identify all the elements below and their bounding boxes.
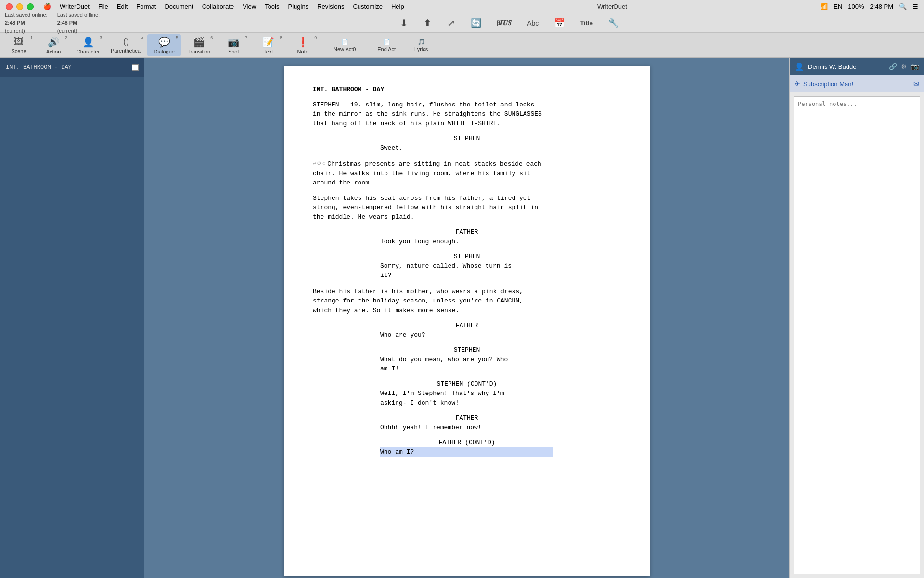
action-button[interactable]: 2 🔊 Action <box>37 34 70 56</box>
lyrics-button[interactable]: 🎵 Lyrics <box>404 37 438 54</box>
left-panel: INT. BATHROOM - DAY <box>0 58 144 578</box>
clock: 2:48 PM <box>870 3 893 10</box>
menu-view[interactable]: View <box>243 3 256 10</box>
breadcrumb-checkbox[interactable] <box>132 64 139 71</box>
menu-help[interactable]: Help <box>391 3 404 10</box>
offline-save-label: Last saved offline: <box>57 11 100 19</box>
dialogue-stephen-3: What do you mean, who are you? Whoam I! <box>380 355 553 374</box>
upload-button[interactable]: ⬆ <box>421 16 435 30</box>
menu-file[interactable]: File <box>98 3 108 10</box>
format-button[interactable]: Ꞵ𝑰𝑼𝑺 <box>494 18 514 28</box>
share-icon[interactable]: 🔗 <box>889 63 897 70</box>
transition-button[interactable]: 6 🎬 Transition <box>182 34 216 56</box>
traffic-lights <box>6 3 34 10</box>
minimize-button[interactable] <box>16 3 23 10</box>
subscription-label[interactable]: Subscription Man! <box>803 80 911 88</box>
menu-revisions[interactable]: Revisions <box>317 3 344 10</box>
subscription-plane-icon: ✈ <box>795 80 800 88</box>
close-button[interactable] <box>6 3 13 10</box>
dialogue-father-1: Took you long enough. <box>380 237 553 247</box>
scroll-container[interactable]: INT. BATHROOM - DAY STEPHEN – 19, slim, … <box>144 58 789 578</box>
abc-button[interactable]: Abc <box>524 18 541 28</box>
notes-area <box>790 92 924 578</box>
offline-save-time: 2:48 PM <box>57 20 77 26</box>
script-page: INT. BATHROOM - DAY STEPHEN – 19, slim, … <box>284 66 650 576</box>
menu-plugins[interactable]: Plugins <box>288 3 308 10</box>
user-avatar-icon: 👤 <box>795 62 804 71</box>
battery-indicator: 100% <box>848 3 864 10</box>
subscription-check-icon[interactable]: ✉ <box>913 80 919 88</box>
parenthetical-button[interactable]: 4 () Parenthetical <box>106 35 146 55</box>
app-name-menu[interactable]: WriterDuet <box>60 3 90 10</box>
menu-document[interactable]: Document <box>165 3 193 10</box>
action-block-4: Beside his father is his mother, who wea… <box>313 287 621 315</box>
character-father-1: FATHER <box>313 227 621 237</box>
menu-tools[interactable]: Tools <box>265 3 279 10</box>
text-button[interactable]: 8 📝 Text <box>251 34 285 56</box>
action-block-1: STEPHEN – 19, slim, long hair, flushes t… <box>313 100 621 129</box>
save-status: Last saved online: 2:48 PM (current) Las… <box>5 11 100 35</box>
camera-icon[interactable]: 📷 <box>911 63 919 70</box>
comment-icon-2[interactable]: ⟳ <box>317 160 321 168</box>
offline-save-status: (current) <box>57 27 100 35</box>
dialogue-father-3: Ohhhh yeah! I remember now! <box>380 423 553 433</box>
apple-menu[interactable]: 🍎 <box>43 3 51 10</box>
menu-edit[interactable]: Edit <box>117 3 128 10</box>
scene-heading: INT. BATHROOM - DAY <box>313 85 621 94</box>
menu-format[interactable]: Format <box>136 3 156 10</box>
character-stephen-3: STEPHEN <box>313 345 621 355</box>
subscription-bar: ✈ Subscription Man! ✉ <box>790 75 924 92</box>
character-button[interactable]: 3 👤 Character <box>71 34 105 56</box>
character-father-contd: FATHER (CONT'D) <box>313 438 621 447</box>
note-button[interactable]: 9 ❗ Note <box>286 34 320 56</box>
settings-button[interactable]: 🔧 <box>605 17 622 29</box>
character-stephen-2: STEPHEN <box>313 252 621 262</box>
search-icon[interactable]: 🔍 <box>899 3 907 10</box>
scene-toolbar: 1 🖼 Scene 2 🔊 Action 3 👤 Character 4 () … <box>0 33 924 58</box>
action-block-3: Stephen takes his seat across from his f… <box>313 194 621 222</box>
main-area: INT. BATHROOM - DAY STEPHEN – 19, slim, … <box>144 58 789 578</box>
shot-button[interactable]: 7 📷 Shot <box>217 34 250 56</box>
header-action-icons: 🔗 ⚙ 📷 <box>889 63 919 70</box>
download-button[interactable]: ⬇ <box>397 16 411 30</box>
online-save-label: Last saved online: <box>5 11 48 19</box>
personal-notes-input[interactable] <box>794 96 920 574</box>
window-title: WriterDuet <box>404 3 821 10</box>
title-button[interactable]: Title <box>577 18 596 27</box>
menu-customize[interactable]: Customize <box>353 3 382 10</box>
dialogue-stephen-2: Sorry, nature called. Whose turn isit? <box>380 262 553 280</box>
dialogue-father-contd-highlight: Who am I? <box>380 447 553 457</box>
dialogue-stephen-1: Sweet. <box>380 144 553 153</box>
fullscreen-button[interactable]: ⤢ <box>444 16 458 30</box>
character-father-3: FATHER <box>313 413 621 423</box>
action-block-2: ↩ ⟳ ○ Christmas presents are sitting in … <box>313 159 621 188</box>
end-act-button[interactable]: 📄 End Act <box>370 37 403 54</box>
language-indicator: EN <box>834 3 842 10</box>
menu-icon[interactable]: ☰ <box>912 3 918 10</box>
scene-button[interactable]: 1 🖼 Scene <box>2 34 36 56</box>
comment-icon-3[interactable]: ○ <box>322 160 326 168</box>
new-act-button[interactable]: 📄 New Act0 <box>321 37 369 54</box>
sync-button[interactable]: 🔄 <box>468 17 484 29</box>
wifi-icon: 📶 <box>820 3 828 10</box>
secondary-toolbar: Last saved online: 2:48 PM (current) Las… <box>0 13 924 33</box>
user-name: Dennis W. Budde <box>808 63 885 70</box>
dialogue-button[interactable]: 5 💬 Dialogue <box>147 34 181 56</box>
breadcrumb-bar: INT. BATHROOM - DAY <box>0 58 144 77</box>
online-save-status: (current) <box>5 27 48 35</box>
calendar-button[interactable]: 📅 <box>551 17 567 29</box>
breadcrumb-text: INT. BATHROOM - DAY <box>6 64 72 71</box>
right-panel-header: 👤 Dennis W. Budde 🔗 ⚙ 📷 <box>790 58 924 75</box>
character-stephen-contd: STEPHEN (CONT'D) <box>313 380 621 389</box>
maximize-button[interactable] <box>27 3 34 10</box>
comment-icon-1[interactable]: ↩ <box>313 160 316 168</box>
app-menu: 🍎 WriterDuet File Edit Format Document C… <box>43 3 404 10</box>
menu-collaborate[interactable]: Collaborate <box>202 3 234 10</box>
online-save-time: 2:48 PM <box>5 20 25 26</box>
character-father-2: FATHER <box>313 321 621 330</box>
settings-user-icon[interactable]: ⚙ <box>901 63 907 70</box>
mac-titlebar: 🍎 WriterDuet File Edit Format Document C… <box>0 0 924 13</box>
character-stephen-1: STEPHEN <box>313 134 621 144</box>
comment-icons: ↩ ⟳ ○ <box>313 160 325 168</box>
dialogue-stephen-contd: Well, I'm Stephen! That's why I'masking-… <box>380 389 553 407</box>
